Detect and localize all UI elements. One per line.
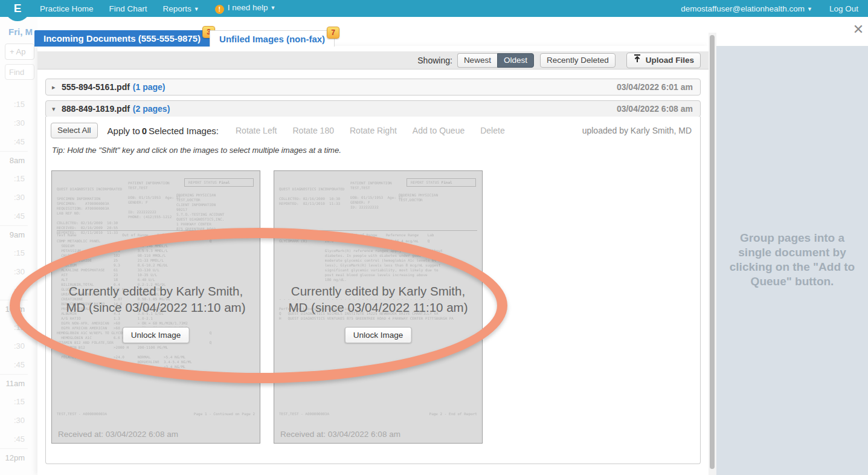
scrollbar-track[interactable] [709, 33, 716, 475]
apply-suffix: Selected Images: [149, 126, 219, 136]
image-action-link[interactable]: Rotate 180 [292, 126, 334, 135]
close-icon[interactable]: ✕ [850, 22, 866, 37]
report-status-value: Final [442, 180, 452, 184]
document-row-collapsed[interactable]: ▸ 555-894-5161.pdf (1 page) 03/04/2022 6… [45, 79, 701, 95]
report-footer-left: TEST,TEST - A000000003A [279, 412, 329, 416]
report-status-label: REPORT STATUS [411, 180, 442, 184]
showing-label: Showing: [417, 56, 452, 65]
calendar-day-label: Fri, M [8, 27, 33, 37]
tab-label: Unfiled Images (non-fax) [219, 34, 325, 44]
document-page-count: (1 page) [133, 82, 166, 92]
report-specimen-block: QUEST DIAGNOSTICS INCORPORATED SPECIMEN … [57, 187, 122, 235]
document-row-expanded[interactable]: ▾ 888-849-1819.pdf (2 pages) 03/04/2022 … [45, 100, 701, 117]
shift-click-tip: Tip: Hold the "Shift" key and click on t… [46, 138, 700, 155]
report-footer-left: TEST,TEST - A000000003A [57, 412, 107, 416]
time-label: :30 [0, 189, 28, 207]
chevron-down-icon: ▼ [807, 6, 812, 12]
tab-count-badge: 7 [327, 27, 339, 39]
time-label: :30 [0, 263, 28, 282]
document-date: 03/04/2022 6:01 am [617, 82, 693, 92]
apply-to-text: Apply to0Selected Images: [108, 126, 219, 136]
tab-unfiled-images[interactable]: Unfiled Images (non-fax) 7 [210, 30, 335, 47]
time-label: :45 [0, 282, 28, 300]
image-action-link[interactable]: Rotate Left [236, 126, 277, 135]
report-footer: TEST,TEST - A000000003A Page 2 - End of … [279, 412, 477, 416]
upload-icon [633, 54, 641, 67]
unlock-image-button[interactable]: Unlock Image [123, 327, 190, 343]
time-label: :15 [0, 170, 28, 189]
document-list: ▸ 555-894-5161.pdf (1 page) 03/04/2022 6… [45, 79, 701, 464]
recently-deleted-button[interactable]: Recently Deleted [540, 53, 616, 68]
image-action-link[interactable]: Delete [480, 126, 504, 135]
lock-message: Currently edited by Karly Smith, MD (sin… [280, 283, 476, 315]
time-label: :15 [0, 244, 28, 263]
chevron-down-icon: ▼ [271, 5, 276, 11]
time-label: :45 [0, 207, 28, 226]
nav-help-label: I need help [228, 3, 268, 12]
report-status-box: REPORT STATUS Final [184, 178, 254, 187]
nav-practice-home[interactable]: Practice Home [40, 4, 94, 13]
tab-bar: Incoming Documents (555-555-9875) 3 Unfi… [34, 30, 335, 47]
report-table-header: Test Name Out of Range Reference Range L… [57, 230, 255, 238]
apply-prefix: Apply to [108, 126, 140, 136]
select-all-button[interactable]: Select All [51, 123, 98, 138]
nav-help[interactable]: !I need help▼ [215, 3, 276, 14]
time-label: :45 [0, 430, 28, 449]
time-label: :30 [0, 337, 28, 356]
image-action-link[interactable]: Add to Queue [413, 126, 465, 135]
top-nav: ☀ E Practice Home Find Chart Reports▼ !I… [0, 0, 868, 17]
time-label: 11am [0, 374, 28, 393]
find-patient-input[interactable] [5, 64, 34, 80]
tab-label: Incoming Documents (555-555-9875) [43, 33, 201, 44]
alert-icon: ! [215, 5, 224, 14]
chevron-down-icon: ▼ [194, 6, 199, 12]
page-thumbnail-2[interactable]: QUEST DIAGNOSTICS INCORPORATED COLLECTED… [274, 170, 483, 444]
page-thumbnails: QUEST DIAGNOSTICS INCORPORATED SPECIMEN … [46, 155, 700, 444]
page-thumbnail-1[interactable]: QUEST DIAGNOSTICS INCORPORATED SPECIMEN … [51, 170, 260, 444]
report-status-value: Final [219, 180, 230, 184]
time-label: :15 [0, 318, 28, 337]
nav-reports[interactable]: Reports▼ [163, 4, 199, 13]
time-label: :15 [0, 393, 28, 412]
scrollbar-thumb[interactable] [710, 35, 715, 469]
received-at-label: Received at: 03/04/2022 6:08 am [58, 430, 178, 439]
showing-bar: Showing: Newest Oldest Recently Deleted … [37, 51, 709, 69]
add-appointment-button[interactable]: + Ap [5, 44, 34, 60]
nav-find-chart[interactable]: Find Chart [109, 4, 147, 13]
uploaded-by-label: uploaded by Karly Smith, MD [582, 126, 692, 135]
report-footer-right: Page 1 - Continued on Page 2 [194, 412, 255, 416]
group-pages-sidebar: Group pages into a single document by cl… [716, 46, 868, 475]
user-email-label: demostaffuser@elationhealth.com [681, 4, 805, 13]
row-expanded-icon: ▾ [52, 105, 62, 113]
calendar-time-column: :15:30:458am:15:30:459am:15:30:4510am:15… [0, 95, 28, 467]
logo-letter: E [14, 2, 22, 15]
report-patient-block: PATIENT INFORMATION TEST,TEST DOB: 01/15… [350, 181, 403, 210]
upload-files-button[interactable]: Upload Files [626, 53, 701, 68]
logout-button[interactable]: Log Out [829, 4, 858, 13]
newest-button[interactable]: Newest [457, 53, 497, 68]
calendar-sidebar: Fri, M + Ap :15:30:458am:15:30:459am:15:… [0, 17, 37, 475]
report-footer: TEST,TEST - A000000003A Page 1 - Continu… [57, 412, 255, 416]
nav-reports-label: Reports [163, 4, 191, 13]
sort-toggle-group: Newest Oldest [457, 53, 534, 68]
tab-incoming-documents[interactable]: Incoming Documents (555-555-9875) 3 [34, 30, 210, 47]
report-patient-block: PATIENT INFORMATION TEST,TEST DOB: 01/15… [128, 181, 181, 219]
oldest-button[interactable]: Oldest [497, 53, 534, 68]
time-label: :30 [0, 114, 28, 133]
document-name: 888-849-1819.pdf [62, 104, 130, 114]
image-action-links: Rotate LeftRotate 180Rotate RightAdd to … [236, 126, 505, 135]
image-action-link[interactable]: Rotate Right [350, 126, 397, 135]
time-label: 12pm [0, 448, 28, 467]
document-page-count: (2 pages) [133, 104, 170, 114]
user-email-menu[interactable]: demostaffuser@elationhealth.com▼ [681, 4, 812, 13]
time-label: :45 [0, 356, 28, 375]
report-footer-right: Page 2 - End of Report [429, 412, 477, 416]
lock-message: Currently edited by Karly Smith, MD (sin… [58, 283, 254, 315]
expanded-document-body: Select All Apply to0Selected Images: Rot… [45, 117, 701, 464]
unlock-image-button[interactable]: Unlock Image [345, 327, 412, 343]
time-label: :30 [0, 412, 28, 430]
row-collapsed-icon: ▸ [52, 83, 62, 91]
report-specimen-block: QUEST DIAGNOSTICS INCORPORATED COLLECTED… [279, 187, 344, 206]
image-toolbar: Select All Apply to0Selected Images: Rot… [46, 117, 700, 138]
time-label: 10am [0, 300, 28, 318]
